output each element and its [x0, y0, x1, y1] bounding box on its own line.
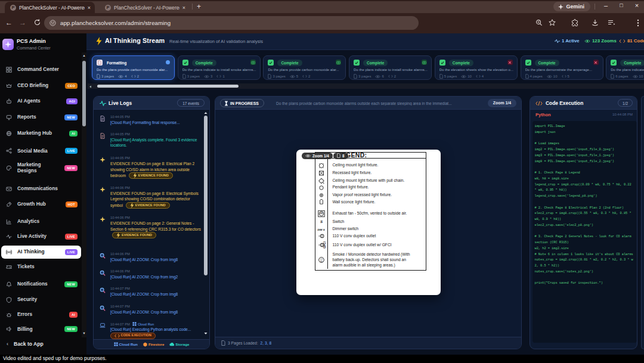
svg-text:GFCI: GFCI	[323, 241, 326, 248]
svg-text:DIM S: DIM S	[317, 228, 324, 231]
svg-text:SD: SD	[320, 260, 323, 262]
svg-text:S: S	[320, 219, 323, 224]
